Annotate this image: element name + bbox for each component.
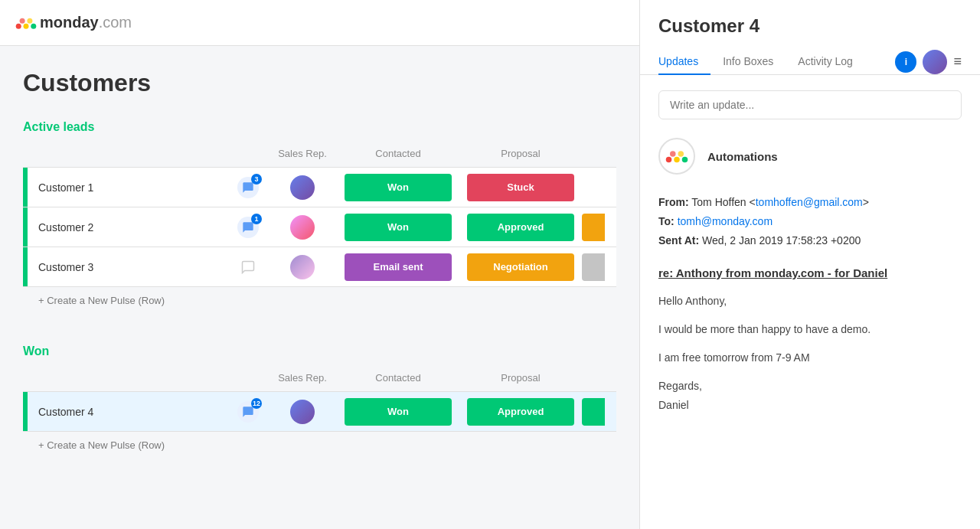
notification-icon[interactable]: i xyxy=(895,51,916,73)
sales-rep-cell xyxy=(268,215,337,240)
svg-point-6 xyxy=(674,157,680,163)
proposal-cell[interactable]: Negotiation xyxy=(459,250,582,284)
tab-actions: i ≡ xyxy=(895,50,962,74)
overflow-gray xyxy=(582,253,605,281)
from-email-link[interactable]: tomhoffen@gmail.com xyxy=(756,196,863,208)
chat-count: 12 xyxy=(251,398,262,409)
sent-at-value: Wed, 2 Jan 2019 17:58:23 +0200 xyxy=(702,234,861,247)
email-from: From: Tom Hoffen <tomhoffen@gmail.com> xyxy=(658,193,962,212)
logo-text: monday.com xyxy=(40,14,132,31)
customer-name: Customer 1 xyxy=(38,181,93,194)
tab-activity-log[interactable]: Activity Log xyxy=(786,49,865,75)
email-paragraph-1: I would be more than happy to have a dem… xyxy=(658,320,962,339)
right-header: Customer 4 Updates Info Boxes Activity L… xyxy=(640,0,980,75)
proposal-cell[interactable]: Approved xyxy=(459,395,582,429)
status-badge: Won xyxy=(345,214,452,241)
svg-point-3 xyxy=(20,18,25,23)
create-row-label[interactable]: + Create a New Pulse (Row) xyxy=(38,439,165,451)
automations-name: Automations xyxy=(707,150,778,163)
logo-domain: .com xyxy=(99,14,132,31)
right-content: Automations From: Tom Hoffen <tomhoffen@… xyxy=(640,75,980,529)
chat-icon-empty[interactable] xyxy=(237,256,259,278)
row-name-cell: Customer 4 12 xyxy=(23,395,268,429)
email-subject: re: Anthony from monday.com - for Daniel xyxy=(658,266,962,279)
right-tabs: Updates Info Boxes Activity Log i ≡ xyxy=(658,49,962,74)
email-paragraph-2: I am free tomorrow from 7-9 AM xyxy=(658,348,962,367)
row-name-cell: Customer 1 3 xyxy=(23,171,268,204)
status-badge: Email sent xyxy=(345,253,452,281)
contacted-cell[interactable]: Won xyxy=(337,395,459,429)
proposal-cell[interactable]: Approved xyxy=(459,211,582,244)
email-body: Hello Anthony, I would be more than happ… xyxy=(658,292,962,416)
svg-point-4 xyxy=(27,18,32,23)
table-row[interactable]: Customer 2 1 Won Approved xyxy=(23,207,616,247)
board-header-active: Sales Rep. Contacted Proposal xyxy=(23,143,616,164)
table-row[interactable]: Customer 3 Email sent Negotiation xyxy=(23,247,616,286)
top-bar: monday.com xyxy=(0,0,639,46)
right-panel-title: Customer 4 xyxy=(658,15,760,37)
row-indicator xyxy=(23,247,28,286)
sent-label: Sent At: xyxy=(658,234,699,247)
chat-icon[interactable]: 12 xyxy=(237,401,259,423)
chat-badge: 3 xyxy=(237,177,259,198)
row-name-cell: Customer 2 1 xyxy=(23,211,268,244)
update-input[interactable] xyxy=(658,90,962,119)
sales-rep-cell xyxy=(268,255,337,279)
header-contacted-won: Contacted xyxy=(337,372,459,384)
chat-badge: 12 xyxy=(237,401,259,423)
avatar xyxy=(290,215,315,240)
logo: monday.com xyxy=(15,12,132,34)
contacted-cell[interactable]: Won xyxy=(337,211,459,244)
page-title: Customers xyxy=(23,69,616,97)
from-name: Tom Hoffen xyxy=(691,196,746,208)
user-avatar-icon[interactable] xyxy=(923,50,947,74)
tab-info-boxes[interactable]: Info Boxes xyxy=(710,49,786,75)
contacted-cell[interactable]: Email sent xyxy=(337,250,459,284)
chat-count: 1 xyxy=(251,214,262,224)
table-row[interactable]: Customer 4 12 Won Approved xyxy=(23,391,616,431)
svg-point-5 xyxy=(666,157,672,163)
create-row-active[interactable]: + Create a New Pulse (Row) xyxy=(23,286,616,314)
section-title-active-leads: Active leads xyxy=(23,120,616,134)
email-meta: From: Tom Hoffen <tomhoffen@gmail.com> T… xyxy=(658,193,962,251)
avatar xyxy=(290,400,315,424)
overflow-indicator xyxy=(582,214,605,241)
status-badge: Won xyxy=(345,398,452,426)
sales-rep-cell xyxy=(268,400,337,424)
section-won: Won Sales Rep. Contacted Proposal Custom… xyxy=(23,345,616,459)
status-badge: Won xyxy=(345,174,452,201)
customer-name: Customer 2 xyxy=(38,221,93,233)
overflow-green xyxy=(582,398,605,426)
more-options-icon[interactable]: ≡ xyxy=(953,54,962,70)
section-active-leads: Active leads Sales Rep. Contacted Propos… xyxy=(23,120,616,314)
create-row-label[interactable]: + Create a New Pulse (Row) xyxy=(38,295,165,306)
header-proposal-active: Proposal xyxy=(459,148,582,159)
sales-rep-cell xyxy=(268,175,337,200)
proposal-cell[interactable]: Stuck xyxy=(459,171,582,204)
board-header-won: Sales Rep. Contacted Proposal xyxy=(23,367,616,388)
automations-logo xyxy=(658,138,695,175)
chat-icon[interactable]: 1 xyxy=(237,217,259,238)
email-greeting: Hello Anthony, xyxy=(658,292,962,311)
email-closing: Regards,Daniel xyxy=(658,377,962,415)
header-contacted-active: Contacted xyxy=(337,148,459,159)
from-label: From: xyxy=(658,196,689,208)
to-email-link[interactable]: tomh@monday.com xyxy=(678,215,773,227)
svg-point-2 xyxy=(31,23,36,28)
email-to: To: tomh@monday.com xyxy=(658,212,962,231)
create-row-won[interactable]: + Create a New Pulse (Row) xyxy=(23,431,616,459)
table-row[interactable]: Customer 1 3 Won Stuck xyxy=(23,167,616,207)
avatar xyxy=(290,175,315,200)
contacted-cell[interactable]: Won xyxy=(337,171,459,204)
tab-updates[interactable]: Updates xyxy=(658,49,710,75)
status-badge: Approved xyxy=(467,398,574,426)
to-label: To: xyxy=(658,215,675,227)
chat-badge: 1 xyxy=(237,217,259,238)
left-panel: monday.com Customers Active leads Sales … xyxy=(0,0,639,529)
header-sales-rep-active: Sales Rep. xyxy=(268,148,337,159)
email-sent-at: Sent At: Wed, 2 Jan 2019 17:58:23 +0200 xyxy=(658,231,962,250)
chat-icon[interactable]: 3 xyxy=(237,177,259,198)
status-badge: Negotiation xyxy=(467,253,574,281)
header-proposal-won: Proposal xyxy=(459,372,582,384)
header-sales-rep-won: Sales Rep. xyxy=(268,372,337,384)
